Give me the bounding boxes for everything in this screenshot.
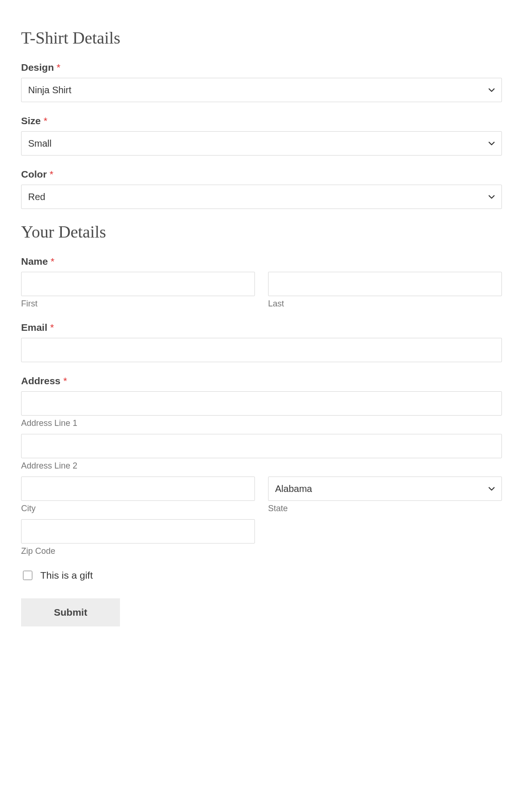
address-required: *	[63, 375, 67, 386]
state-sublabel: State	[268, 504, 502, 514]
field-color: Color * Red	[21, 169, 502, 209]
field-email: Email *	[21, 322, 502, 362]
city-sublabel: City	[21, 504, 255, 514]
name-required: *	[51, 256, 54, 267]
name-label-text: Name	[21, 256, 48, 267]
address-label: Address *	[21, 375, 502, 387]
color-required: *	[50, 169, 53, 179]
design-select[interactable]: Ninja Shirt	[21, 78, 502, 102]
design-required: *	[57, 62, 60, 73]
address-line1-sublabel: Address Line 1	[21, 418, 502, 428]
section-title-your-details: Your Details	[21, 222, 502, 242]
zip-sublabel: Zip Code	[21, 546, 255, 556]
email-label-text: Email	[21, 322, 47, 333]
design-label-text: Design	[21, 62, 54, 73]
field-design: Design * Ninja Shirt	[21, 62, 502, 102]
color-select[interactable]: Red	[21, 185, 502, 209]
zip-input[interactable]	[21, 519, 255, 544]
color-label-text: Color	[21, 169, 47, 179]
size-required: *	[44, 115, 47, 126]
email-required: *	[50, 322, 54, 333]
email-input[interactable]	[21, 338, 502, 362]
field-name: Name * First Last	[21, 256, 502, 309]
address-label-text: Address	[21, 375, 60, 386]
last-name-input[interactable]	[268, 272, 502, 296]
field-address: Address * Address Line 1 Address Line 2 …	[21, 375, 502, 556]
address-line2-sublabel: Address Line 2	[21, 461, 502, 471]
design-label: Design *	[21, 62, 502, 73]
gift-checkbox[interactable]	[23, 571, 32, 580]
address-line2-input[interactable]	[21, 434, 502, 458]
field-size: Size * Small	[21, 115, 502, 156]
size-select[interactable]: Small	[21, 131, 502, 156]
city-input[interactable]	[21, 477, 255, 501]
gift-label[interactable]: This is a gift	[40, 570, 93, 581]
size-label: Size *	[21, 115, 502, 127]
submit-button[interactable]: Submit	[21, 598, 120, 626]
first-name-input[interactable]	[21, 272, 255, 296]
first-name-sublabel: First	[21, 299, 255, 309]
state-select[interactable]: Alabama	[268, 477, 502, 501]
last-name-sublabel: Last	[268, 299, 502, 309]
section-title-tshirt: T-Shirt Details	[21, 28, 502, 48]
size-label-text: Size	[21, 115, 41, 126]
color-label: Color *	[21, 169, 502, 180]
email-label: Email *	[21, 322, 502, 333]
address-line1-input[interactable]	[21, 391, 502, 416]
gift-checkbox-row: This is a gift	[21, 569, 502, 581]
name-label: Name *	[21, 256, 502, 267]
